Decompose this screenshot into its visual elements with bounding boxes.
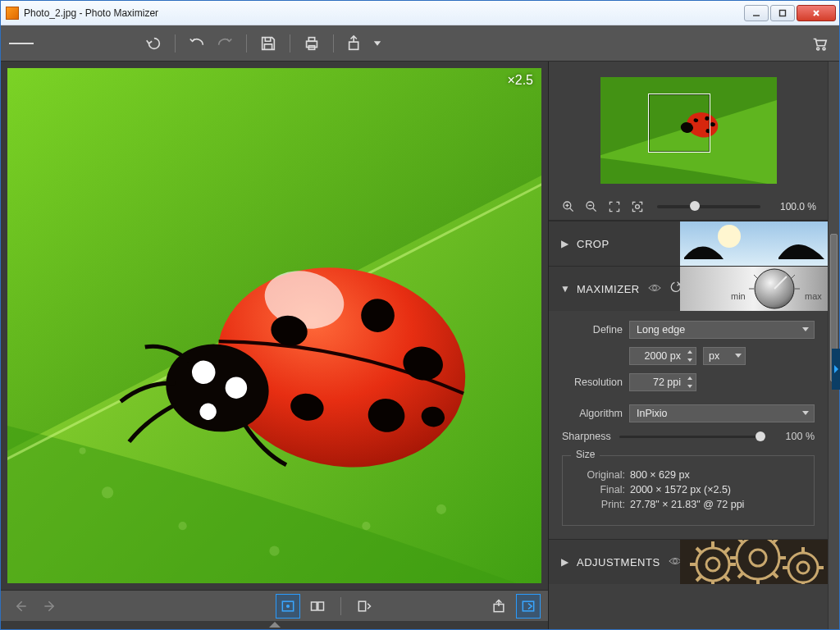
fit-screen-icon[interactable] (606, 199, 623, 215)
view-single-button[interactable] (276, 595, 299, 618)
cart-button[interactable] (808, 32, 831, 55)
share-dropdown-icon[interactable] (372, 32, 383, 55)
main-area: ×2.5 (1, 62, 839, 629)
next-image-button[interactable] (39, 595, 62, 618)
size-summary-box: Size Original:800 × 629 px Final:2000 × … (562, 455, 815, 526)
app-body: ×2.5 (1, 25, 839, 629)
top-toolbar (1, 25, 839, 62)
window-frame: Photo_2.jpg - Photo Maximizer (0, 0, 840, 630)
sharpness-slider[interactable] (619, 436, 765, 438)
crop-title: CROP (577, 238, 609, 250)
navigator-thumb[interactable] (600, 77, 777, 184)
svg-rect-4 (349, 42, 358, 49)
undo-all-button[interactable] (142, 32, 165, 55)
define-select[interactable]: Long edge (629, 321, 815, 339)
print-button[interactable] (300, 32, 323, 55)
svg-point-13 (362, 522, 370, 530)
algorithm-select[interactable]: InPixio (629, 404, 815, 422)
sharpness-percent: 100 % (774, 431, 815, 442)
window-title: Photo_2.jpg - Photo Maximizer (24, 7, 158, 19)
menu-button[interactable] (9, 32, 34, 55)
original-key: Original: (574, 469, 625, 481)
bottom-toolbar (1, 590, 548, 621)
save-button[interactable] (257, 32, 280, 55)
final-key: Final: (574, 484, 625, 495)
export-button[interactable] (487, 595, 510, 618)
image-canvas[interactable]: ×2.5 (7, 68, 541, 583)
zoom-out-icon[interactable] (583, 199, 600, 215)
size-value: 2000 px (645, 350, 681, 362)
svg-point-45 (636, 204, 640, 208)
resolution-input[interactable]: 72 ppi (629, 373, 696, 391)
resolution-label: Resolution (562, 377, 623, 388)
maximizer-section: ▼ MAXIMIZER (549, 266, 828, 539)
size-input[interactable]: 2000 px (629, 347, 696, 365)
svg-point-10 (102, 486, 113, 498)
window-maximize-button[interactable] (770, 5, 795, 21)
spin-up-icon[interactable] (684, 348, 696, 356)
print-value: 27.78" × 21.83" @ 72 ppi (630, 499, 744, 510)
size-unit-select[interactable]: px (703, 347, 746, 365)
prev-image-button[interactable] (9, 595, 32, 618)
print-key: Print: (574, 499, 625, 510)
define-label: Define (562, 324, 623, 336)
svg-rect-0 (780, 10, 786, 16)
size-legend: Size (571, 449, 600, 460)
actual-size-icon[interactable] (629, 199, 646, 215)
window-titlebar[interactable]: Photo_2.jpg - Photo Maximizer (1, 1, 839, 25)
adjustments-header-bg (680, 540, 828, 584)
chevron-right-icon: ▶ (560, 238, 568, 249)
zoom-slider-knob[interactable] (690, 201, 700, 211)
filmstrip-expand-tab[interactable] (1, 621, 548, 629)
navigator-marquee[interactable] (648, 94, 710, 153)
spin-down-icon[interactable] (684, 382, 696, 390)
dropdown-icon (735, 354, 742, 358)
maximizer-header[interactable]: ▼ MAXIMIZER (549, 267, 828, 311)
side-panel: 100.0 % ▶ CROP (548, 62, 839, 629)
window-minimize-button[interactable] (744, 5, 769, 21)
adjustments-section: ▶ ADJUSTMENTS (549, 539, 828, 584)
size-unit: px (709, 350, 719, 362)
share-button[interactable] (344, 32, 367, 55)
zoom-in-icon[interactable] (560, 199, 577, 215)
navigator-preview[interactable] (549, 62, 828, 193)
svg-rect-31 (318, 602, 324, 610)
flyout-tab[interactable] (832, 349, 840, 390)
spin-down-icon[interactable] (684, 356, 696, 364)
maximizer-header-bg: min max (680, 267, 828, 311)
undo-button[interactable] (185, 32, 208, 55)
spin-up-icon[interactable] (684, 374, 696, 382)
svg-point-29 (286, 604, 290, 607)
sharpness-knob[interactable] (756, 431, 765, 441)
define-value: Long edge (637, 324, 685, 336)
window-close-button[interactable] (797, 5, 836, 21)
crop-header-bg (680, 221, 828, 266)
dial-max-label: max (805, 291, 822, 301)
svg-rect-30 (312, 602, 317, 610)
maximizer-body: Define Long edge 2000 px px Resolution 7… (549, 311, 828, 539)
dropdown-icon (802, 327, 809, 331)
svg-rect-32 (358, 601, 365, 611)
visibility-eye-icon[interactable] (648, 281, 661, 296)
svg-point-5 (817, 47, 819, 49)
svg-point-6 (823, 47, 825, 49)
zoom-slider[interactable] (657, 205, 760, 208)
svg-point-15 (79, 448, 85, 454)
swap-button[interactable] (353, 595, 376, 618)
sharpness-label: Sharpness (562, 431, 611, 442)
side-scrollbar[interactable] (828, 62, 839, 629)
canvas-column: ×2.5 (1, 62, 548, 629)
chevron-down-icon: ▼ (560, 283, 568, 294)
svg-point-47 (718, 225, 741, 248)
crop-header[interactable]: ▶ CROP (549, 221, 828, 266)
view-split-button[interactable] (306, 595, 329, 618)
maximizer-title: MAXIMIZER (577, 283, 640, 295)
redo-button[interactable] (213, 32, 236, 55)
svg-point-11 (179, 522, 187, 530)
apply-button[interactable] (517, 595, 540, 618)
resolution-value: 72 ppi (653, 377, 681, 388)
zoom-badge: ×2.5 (507, 73, 533, 88)
dropdown-icon (802, 411, 809, 415)
adjustments-header[interactable]: ▶ ADJUSTMENTS (549, 540, 828, 584)
algorithm-label: Algorithm (562, 408, 623, 419)
